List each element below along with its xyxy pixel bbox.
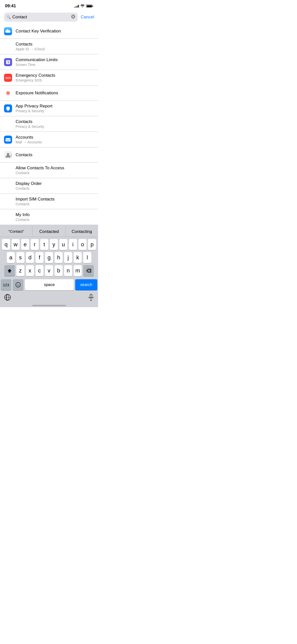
- svg-rect-15: [11, 153, 12, 154]
- result-subtitle: Contacts: [16, 171, 94, 175]
- key-space[interactable]: space: [25, 279, 74, 290]
- search-input-wrapper[interactable]: 🔍: [4, 13, 78, 22]
- result-title: Display Order: [16, 181, 94, 186]
- result-title: Exposure Notifications: [16, 91, 94, 96]
- home-indicator-row: [0, 303, 98, 307]
- result-subtitle: Emergency SOS: [16, 78, 94, 82]
- key-f[interactable]: f: [35, 252, 44, 263]
- key-r[interactable]: r: [31, 239, 39, 250]
- result-icon-accounts-mail: [4, 136, 12, 144]
- results-list: Contact Key VerificationContactsApple ID…: [0, 24, 98, 225]
- result-item[interactable]: Import SIM ContactsContacts: [0, 194, 98, 209]
- result-icon-exposure-notifications: [4, 89, 12, 97]
- key-a[interactable]: a: [7, 252, 15, 263]
- key-s[interactable]: s: [16, 252, 24, 263]
- result-item[interactable]: Allow Contacts To AccessContacts: [0, 163, 98, 178]
- key-x[interactable]: x: [26, 265, 34, 276]
- result-subtitle: Contacts: [16, 202, 94, 206]
- key-m[interactable]: m: [74, 265, 82, 276]
- key-row-3: z x c v b n m: [1, 265, 97, 276]
- key-rows: q w e r t y u i o p a s d f g h j k l: [0, 238, 98, 276]
- home-indicator: [32, 305, 66, 306]
- key-t[interactable]: t: [40, 239, 48, 250]
- result-item[interactable]: ContactsApple ID → iCloud: [0, 39, 98, 54]
- result-title: Communication Limits: [16, 57, 94, 62]
- key-j[interactable]: j: [64, 252, 72, 263]
- keyboard: "Contact" Contacted Contacting q w e r t…: [0, 225, 98, 307]
- key-k[interactable]: k: [74, 252, 82, 263]
- key-h[interactable]: h: [55, 252, 63, 263]
- result-subtitle: Screen Time: [16, 63, 94, 67]
- autocomplete-item-1[interactable]: Contacted: [33, 227, 65, 237]
- result-title: App Privacy Report: [16, 104, 94, 109]
- svg-point-20: [19, 284, 19, 285]
- svg-point-18: [16, 283, 21, 287]
- key-u[interactable]: u: [59, 239, 67, 250]
- svg-point-9: [8, 93, 9, 94]
- key-numbers[interactable]: 123: [1, 279, 11, 290]
- key-n[interactable]: n: [64, 265, 72, 276]
- key-v[interactable]: v: [45, 265, 53, 276]
- result-subtitle: Contacts: [16, 186, 94, 190]
- result-title: Contact Key Verification: [16, 29, 94, 34]
- bottom-row: 123 space search: [0, 278, 98, 292]
- globe-icon[interactable]: [4, 294, 11, 302]
- key-z[interactable]: z: [16, 265, 24, 276]
- result-item[interactable]: Communication LimitsScreen Time: [0, 54, 98, 70]
- key-e[interactable]: e: [21, 239, 29, 250]
- key-shift[interactable]: [4, 265, 15, 276]
- status-icons: [74, 4, 93, 8]
- key-g[interactable]: g: [45, 252, 53, 263]
- autocomplete-item-2[interactable]: Contacting: [66, 227, 98, 237]
- result-title: Import SIM Contacts: [16, 197, 94, 202]
- key-p[interactable]: p: [88, 239, 96, 250]
- result-subtitle: Privacy & Security: [16, 109, 94, 113]
- key-row-1: q w e r t y u i o p: [1, 239, 97, 250]
- result-icon-communication-limits: [4, 58, 12, 66]
- svg-point-19: [17, 284, 18, 285]
- result-subtitle: Apple ID → iCloud: [16, 47, 94, 51]
- mic-icon[interactable]: [88, 294, 94, 302]
- svg-rect-16: [11, 154, 12, 155]
- status-time: 09:41: [5, 4, 16, 9]
- svg-rect-17: [11, 155, 12, 156]
- svg-rect-12: [6, 138, 11, 141]
- svg-rect-23: [90, 294, 92, 298]
- key-i[interactable]: i: [69, 239, 77, 250]
- result-item[interactable]: Contact Key Verification: [0, 24, 98, 39]
- search-input[interactable]: [12, 15, 70, 20]
- result-icon-contacts-app: [4, 151, 12, 159]
- svg-text:SOS: SOS: [5, 77, 11, 79]
- result-item[interactable]: My InfoContacts: [0, 209, 98, 225]
- result-icon-app-privacy-report: [4, 104, 12, 112]
- key-o[interactable]: o: [78, 239, 87, 250]
- key-delete[interactable]: [83, 265, 94, 276]
- result-title: Contacts: [16, 119, 94, 124]
- key-d[interactable]: d: [26, 252, 34, 263]
- result-item[interactable]: Display OrderContacts: [0, 178, 98, 194]
- result-subtitle: Mail → Accounts: [16, 140, 94, 144]
- result-item[interactable]: ContactsPrivacy & Security: [0, 116, 98, 132]
- result-item[interactable]: Exposure Notifications: [0, 86, 98, 101]
- cancel-button[interactable]: Cancel: [81, 15, 94, 20]
- signal-icon: [74, 5, 79, 8]
- key-l[interactable]: l: [83, 252, 91, 263]
- key-q[interactable]: q: [2, 239, 10, 250]
- key-c[interactable]: c: [35, 265, 44, 276]
- key-w[interactable]: w: [12, 239, 20, 250]
- key-y[interactable]: y: [50, 239, 58, 250]
- result-item[interactable]: Contacts: [0, 147, 98, 163]
- search-clear-button[interactable]: [71, 15, 75, 20]
- key-search[interactable]: search: [75, 279, 97, 290]
- autocomplete-item-0[interactable]: "Contact": [0, 227, 33, 237]
- key-b[interactable]: b: [55, 265, 63, 276]
- result-item[interactable]: SOS Emergency ContactsEmergency SOS: [0, 70, 98, 86]
- result-title: Accounts: [16, 135, 94, 140]
- result-item[interactable]: AccountsMail → Accounts: [0, 132, 98, 147]
- result-title: Contacts: [16, 42, 94, 47]
- status-bar: 09:41: [0, 0, 98, 11]
- result-item[interactable]: App Privacy ReportPrivacy & Security: [0, 101, 98, 116]
- result-subtitle: Contacts: [16, 218, 94, 222]
- result-icon-emergency-contacts: SOS: [4, 74, 12, 82]
- key-emoji[interactable]: [13, 279, 23, 290]
